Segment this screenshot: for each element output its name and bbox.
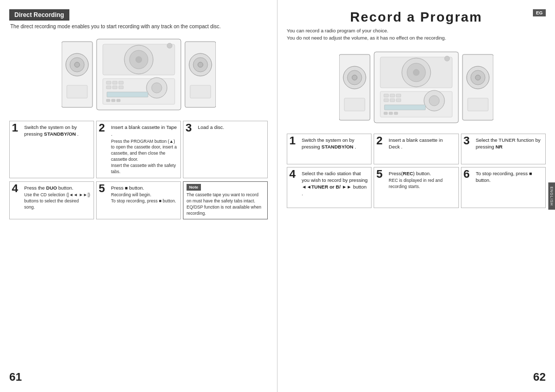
right-step-3: 3 Select the TUNER function by pressing … [461, 134, 546, 164]
left-steps-bottom: 4 Press the DUO button. Use the CD selec… [9, 181, 268, 219]
right-page-title: Record a Program [287, 9, 546, 25]
section-title-bar: Direct Recording [9, 9, 69, 21]
right-page: EG Record a Program You can record a rad… [278, 0, 555, 392]
svg-rect-17 [119, 86, 123, 89]
left-steps-top: 1 Switch the system on by pressing STAND… [9, 121, 268, 178]
svg-point-38 [413, 69, 419, 76]
svg-point-32 [352, 75, 357, 80]
left-step-4: 4 Press the DUO button. Use the CD selec… [9, 181, 94, 219]
side-tab: ENGLISH [548, 182, 555, 210]
right-steps-bottom: 4 Select the radio station that you wish… [287, 167, 546, 208]
svg-rect-46 [396, 99, 401, 102]
svg-rect-52 [394, 112, 398, 115]
svg-rect-42 [390, 94, 395, 97]
svg-rect-45 [390, 99, 395, 102]
svg-rect-22 [112, 99, 115, 102]
svg-rect-15 [106, 86, 111, 89]
svg-rect-43 [396, 94, 401, 97]
svg-rect-21 [106, 99, 110, 102]
svg-point-48 [429, 96, 439, 106]
svg-rect-16 [113, 86, 117, 89]
left-page-number: 61 [9, 370, 22, 384]
right-step-1: 1 Switch the system on by pressing STAND… [287, 134, 372, 164]
left-step-2: 2 Insert a blank cassette in Tape . Pres… [96, 121, 181, 178]
svg-point-10 [167, 43, 172, 48]
right-step-5: 5 Press(REC) button. REC is displayed in… [374, 167, 458, 208]
svg-rect-33 [344, 98, 365, 111]
right-step-6: 6 To stop recording, press ■ button. [461, 167, 546, 208]
svg-rect-14 [119, 81, 123, 84]
svg-rect-57 [468, 98, 488, 111]
svg-rect-20 [107, 92, 148, 97]
right-steps-top: 1 Switch the system on by pressing STAND… [287, 134, 546, 164]
svg-point-3 [75, 62, 80, 67]
cd-player-svg [62, 36, 216, 113]
svg-point-56 [475, 75, 480, 80]
svg-rect-51 [389, 112, 393, 115]
left-step-5: 5 Press ■ button. Recording will begin.T… [96, 181, 181, 219]
svg-rect-12 [106, 81, 111, 84]
right-step-4: 4 Select the radio station that you wish… [287, 167, 372, 208]
left-note-box: Note The cassette tape you want to recor… [183, 181, 268, 219]
left-subtitle: The direct recording mode enables you to… [9, 24, 268, 29]
svg-point-19 [152, 83, 162, 93]
left-step-1: 1 Switch the system on by pressing STAND… [9, 121, 94, 178]
svg-rect-50 [384, 112, 387, 115]
svg-point-9 [136, 57, 142, 63]
right-page-number: 62 [533, 370, 546, 384]
left-page: Direct Recording The direct recording mo… [0, 0, 278, 392]
svg-rect-28 [190, 85, 211, 98]
svg-rect-23 [117, 99, 120, 102]
svg-rect-4 [67, 85, 87, 98]
svg-point-39 [445, 56, 450, 61]
right-device-image [287, 46, 546, 128]
svg-rect-13 [113, 81, 117, 84]
svg-rect-44 [384, 99, 388, 102]
svg-rect-41 [384, 94, 388, 97]
svg-rect-49 [384, 105, 425, 110]
stereo-system-svg [339, 49, 493, 125]
page-badge: EG [533, 9, 546, 16]
left-device-image [9, 33, 268, 116]
svg-point-27 [198, 62, 203, 67]
left-step-3: 3 Load a disc. [183, 121, 268, 178]
right-intro: You can record a radio program of your c… [287, 27, 546, 42]
right-step-2: 2 Insert a blank cassette in Deck . [374, 134, 458, 164]
